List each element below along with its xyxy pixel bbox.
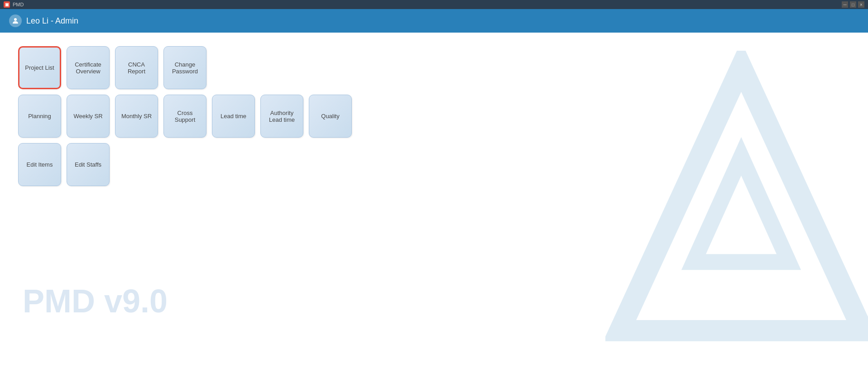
cross-support-button[interactable]: Cross Support	[163, 95, 206, 138]
title-bar-text: PMD	[13, 2, 842, 7]
weekly-sr-button[interactable]: Weekly SR	[67, 95, 110, 138]
planning-button[interactable]: Planning	[18, 95, 61, 138]
lead-time-button[interactable]: Lead time	[212, 95, 255, 138]
change-password-button[interactable]: Change Password	[163, 46, 206, 89]
button-grid: Project List Certificate Overview CNCA R…	[0, 33, 868, 205]
maximize-button[interactable]: □	[850, 1, 856, 8]
version-text: PMD v9.0	[23, 282, 168, 320]
edit-staffs-button[interactable]: Edit Staffs	[67, 143, 110, 186]
edit-items-button[interactable]: Edit Items	[18, 143, 61, 186]
authority-lead-time-button[interactable]: Authority Lead time	[260, 95, 303, 138]
project-list-button[interactable]: Project List	[18, 46, 61, 89]
quality-button[interactable]: Quality	[309, 95, 352, 138]
certificate-overview-button[interactable]: Certificate Overview	[67, 46, 110, 89]
title-bar: ▣ PMD ─ □ ×	[0, 0, 868, 9]
main-content: PMD v9.0 Project List Certificate Overvi…	[0, 33, 868, 383]
button-row-3: Edit Items Edit Staffs	[18, 143, 850, 186]
monthly-sr-button[interactable]: Monthly SR	[115, 95, 158, 138]
title-bar-controls: ─ □ ×	[842, 1, 864, 8]
cnca-report-button[interactable]: CNCA Report	[115, 46, 158, 89]
app-icon: ▣	[4, 1, 10, 8]
user-name-label: Leo Li - Admin	[26, 16, 78, 26]
minimize-button[interactable]: ─	[842, 1, 848, 8]
button-row-2: Planning Weekly SR Monthly SR Cross Supp…	[18, 95, 850, 138]
app-header: Leo Li - Admin	[0, 9, 868, 33]
button-row-1: Project List Certificate Overview CNCA R…	[18, 46, 850, 89]
svg-point-0	[14, 18, 17, 21]
user-avatar-icon	[9, 14, 22, 27]
close-button[interactable]: ×	[858, 1, 864, 8]
